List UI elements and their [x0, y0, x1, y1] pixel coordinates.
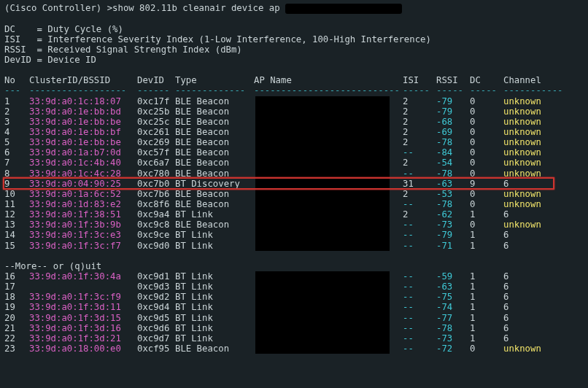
- redacted-ap: [255, 117, 390, 127]
- cell-no: 19: [4, 302, 29, 312]
- blank-line: [4, 65, 584, 75]
- cell-rssi: -74: [436, 302, 470, 312]
- redacted-ap: [255, 230, 390, 240]
- cell-no: 13: [4, 220, 29, 230]
- col-header-bssid: ClusterID/BSSID: [29, 75, 137, 85]
- cell-no: 17: [4, 282, 29, 292]
- cell-rssi: -77: [436, 313, 470, 323]
- cell-type: BLE Beacon: [175, 158, 254, 168]
- table-row: 2233:9d:a0:1f:3d:210xc9d7BT Link---7316: [4, 333, 584, 344]
- cell-bssid: 33:9d:a0:1a:6c:52: [29, 189, 137, 199]
- cell-devid: 0xc9c8: [137, 220, 175, 230]
- legend-line: DevID = Device ID: [4, 55, 584, 65]
- cell-isi: --: [403, 271, 436, 282]
- cell-rssi: -79: [436, 96, 470, 106]
- table-row: 733:9d:a0:1c:4b:400xc6a7BLE Beacon2-540u…: [4, 158, 584, 168]
- cell-no: 3: [4, 117, 29, 127]
- cell-bssid: 33:9d:a0:1f:3c:f7: [29, 241, 137, 251]
- cell-ap: [254, 282, 403, 292]
- cell-isi: 2: [403, 106, 436, 117]
- cell-type: BLE Beacon: [175, 189, 254, 199]
- table-row: 1433:9d:a0:1f:3c:e30xc9ceBT Link---7916: [4, 230, 584, 240]
- redacted-ap: [255, 127, 390, 137]
- cell-dc: 0: [470, 168, 503, 179]
- col-header-dc: DC: [470, 75, 503, 85]
- cell-dc: 1: [470, 209, 503, 220]
- cell-no: 9: [4, 179, 29, 189]
- cell-dc: 1: [470, 313, 503, 323]
- cell-devid: 0xc7b6: [137, 189, 175, 199]
- cell-dc: 0: [470, 96, 503, 106]
- prompt-line: (Cisco Controller) >show 802.11b cleanai…: [4, 3, 584, 14]
- cell-chan: unknown: [503, 137, 562, 147]
- cell-type: BLE Beacon: [175, 96, 254, 106]
- table-row: 1133:9d:a0:1d:83:e20xc8f6BLE Beacon---78…: [4, 199, 584, 209]
- cell-devid: 0xc9d7: [137, 333, 175, 344]
- cell-rssi: -59: [436, 271, 470, 282]
- cell-rssi: -78: [436, 323, 470, 333]
- more-prompt[interactable]: --More-- or (q)uit: [4, 261, 584, 271]
- cell-dc: 0: [470, 189, 503, 199]
- cell-devid: 0xc9d0: [137, 241, 175, 251]
- cell-chan: 6: [503, 333, 562, 344]
- cell-devid: 0xc9a4: [137, 209, 175, 220]
- redacted-ap: [255, 158, 390, 168]
- cell-ap: [254, 209, 403, 220]
- cell-type: BT Link: [175, 209, 254, 220]
- redacted-ap: [255, 241, 390, 251]
- col-header-rssi: RSSI: [436, 75, 470, 85]
- cell-isi: --: [403, 313, 436, 323]
- cell-rssi: -73: [436, 220, 470, 230]
- cell-dc: 1: [470, 323, 503, 333]
- cell-no: 7: [4, 158, 29, 168]
- cell-bssid: 33:9d:a0:1e:bb:bf: [29, 127, 137, 137]
- col-header-no: No: [4, 75, 29, 85]
- cell-dc: 0: [470, 137, 503, 147]
- cell-chan: 6: [503, 179, 562, 189]
- table-row: 1533:9d:a0:1f:3c:f70xc9d0BT Link---7116: [4, 241, 584, 251]
- cell-rssi: -78: [436, 199, 470, 209]
- cell-chan: unknown: [503, 106, 562, 117]
- cell-dc: 0: [470, 158, 503, 168]
- cell-chan: 6: [503, 313, 562, 323]
- cell-type: BLE Beacon: [175, 106, 254, 117]
- cell-bssid: 33:9d:a0:1f:3d:16: [29, 323, 137, 333]
- redacted-ap: [255, 209, 390, 220]
- cell-type: BT Link: [175, 241, 254, 251]
- cell-no: 1: [4, 96, 29, 106]
- cell-bssid: [29, 282, 137, 292]
- redacted-ap: [255, 271, 390, 282]
- cell-type: BT Link: [175, 271, 254, 282]
- blank-line: [4, 14, 584, 24]
- redacted-ap: [255, 282, 390, 292]
- cell-devid: 0xc8f6: [137, 199, 175, 209]
- cell-no: 23: [4, 344, 29, 354]
- cell-type: BLE Beacon: [175, 127, 254, 137]
- cell-ap: [254, 199, 403, 209]
- table-row: 333:9d:a0:1e:bb:be0xc25cBLE Beacon2-680u…: [4, 117, 584, 127]
- cell-dc: 1: [470, 282, 503, 292]
- cell-ap: [254, 241, 403, 251]
- legend-line: RSSI = Received Signal Strength Index (d…: [4, 44, 584, 55]
- redacted-ap: [255, 302, 390, 312]
- cell-ap: [254, 271, 403, 282]
- cell-rssi: -63: [436, 179, 470, 189]
- cell-ap: [254, 230, 403, 240]
- cell-dc: 0: [470, 220, 503, 230]
- cell-ap: [254, 292, 403, 302]
- table-row: 533:9d:a0:1e:bb:be0xc269BLE Beacon2-780u…: [4, 137, 584, 147]
- table-row: 2333:9d:a0:18:00:e00xcf95BLE Beacon---72…: [4, 344, 584, 354]
- cell-bssid: 33:9d:a0:1f:3d:21: [29, 333, 137, 344]
- cell-bssid: 33:9d:a0:1f:3d:11: [29, 302, 137, 312]
- cell-chan: 6: [503, 302, 562, 312]
- cell-devid: 0xc261: [137, 127, 175, 137]
- table-divider: --- ------------------ ------ ----------…: [4, 85, 584, 96]
- cell-ap: [254, 179, 403, 189]
- cell-rssi: -62: [436, 209, 470, 220]
- cell-chan: 6: [503, 282, 562, 292]
- cell-bssid: 33:9d:a0:1f:3c:e3: [29, 230, 137, 240]
- cell-no: 14: [4, 230, 29, 240]
- cell-rssi: -54: [436, 158, 470, 168]
- cell-type: BT Link: [175, 313, 254, 323]
- col-header-type: Type: [175, 75, 254, 85]
